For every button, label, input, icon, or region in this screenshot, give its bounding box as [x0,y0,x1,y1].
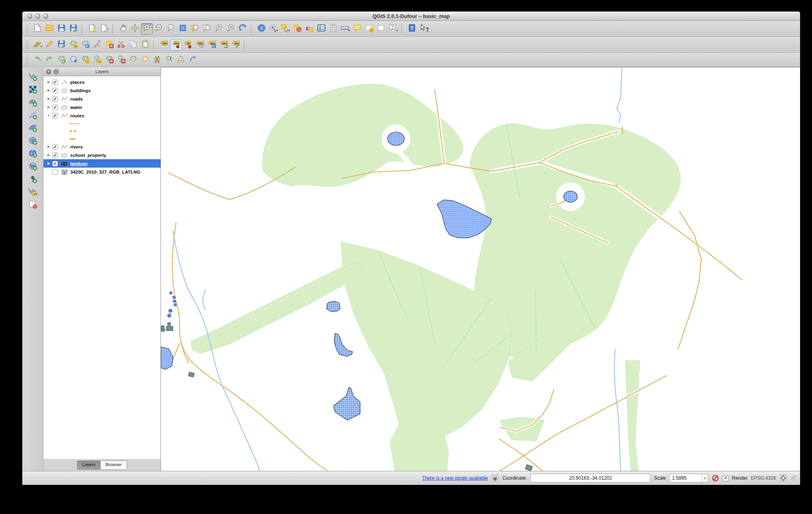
dropdown-arrow-icon[interactable]: ▾ [348,29,350,34]
select-features-button[interactable]: ▾ [279,23,291,34]
dropdown-arrow-icon[interactable]: ▾ [40,45,42,50]
layer-expander-icon[interactable]: ▶ [46,162,51,165]
layer-visibility-checkbox[interactable] [52,169,58,175]
split-features-button[interactable] [151,54,163,65]
change-label-button[interactable]: abc [230,39,242,50]
add-vector-layer-button[interactable] [26,71,40,83]
zoom-last-button[interactable] [213,23,225,34]
add-postgis-layer-button[interactable] [26,97,40,109]
offset-curve-button[interactable] [139,54,151,65]
stop-render-icon[interactable] [711,474,719,482]
add-oracle-layer-button[interactable] [26,135,40,147]
new-bookmark-button[interactable]: ★ [363,23,375,34]
new-composer-button[interactable] [86,23,98,34]
refresh-button[interactable] [237,23,249,34]
rotate-feature-button[interactable] [55,54,67,65]
layer-row-landuse[interactable]: ▶✓landuse [44,159,160,168]
render-checkbox[interactable]: ✓ [723,475,729,481]
layer-visibility-checkbox[interactable]: ✓ [52,105,58,110]
layer-expander-icon[interactable]: ▶ [46,153,51,157]
layer-visibility-checkbox[interactable]: ✓ [52,161,58,166]
add-part-button[interactable]: ★ [91,54,103,65]
layer-expander-icon[interactable]: ▶ [46,89,51,92]
tab-layers[interactable]: Layers [77,461,100,470]
toggle-editing-button[interactable] [44,39,55,50]
reshape-features-button[interactable] [127,54,139,65]
zoom-to-layer-button[interactable] [201,23,213,34]
identify-features-button[interactable]: i [255,23,267,34]
measure-button[interactable]: ▾ [339,23,351,34]
layer-visibility-checkbox[interactable]: ✓ [52,96,58,102]
layer-row-school_property[interactable]: ▶✓school_property [44,151,160,159]
add-ring-button[interactable]: ★ [79,54,91,65]
layer-row-water[interactable]: ▶✓water [44,103,160,111]
layer-visibility-checkbox[interactable]: ✓ [52,113,58,119]
layer-row-buildings[interactable]: ▶✓buildings [44,86,160,95]
rotate-label-button[interactable]: abc [218,39,230,50]
layer-visibility-checkbox[interactable]: ✓ [52,79,58,85]
split-parts-button[interactable] [163,54,175,65]
layer-row-3420C_2010_327_RGB_LATLNG[interactable]: 3420C_2010_327_RGB_LATLNG [44,168,160,176]
zoom-full-button[interactable] [177,23,189,34]
map-canvas[interactable] [161,67,800,471]
simplify-feature-button[interactable] [67,54,79,65]
remove-layer-button[interactable] [26,199,40,211]
crs-target-icon[interactable] [779,474,787,482]
pin-label-button[interactable]: abc [170,39,182,50]
move-feature-button[interactable] [79,39,91,50]
pan-to-selection-button[interactable] [129,23,141,34]
composer-manager-button[interactable] [98,23,110,34]
add-spatialite-layer-button[interactable] [26,109,40,121]
add-mssql-layer-button[interactable] [26,122,40,134]
layer-expander-icon[interactable]: ▼ [46,114,51,117]
layer-row-rivers[interactable]: ▶✓rivers [44,142,160,151]
move-label-button[interactable]: abc [206,39,218,50]
copy-features-button[interactable] [127,39,139,50]
plugin-icon[interactable] [491,474,499,482]
select-by-expression-button[interactable]: ε [303,23,315,34]
layer-row-places[interactable]: ▶✓places [44,78,160,86]
whats-this-button[interactable]: ? [418,23,430,34]
toggle-label-visibility-button[interactable]: abc [194,39,206,50]
cut-features-button[interactable] [115,39,127,50]
add-delimited-text-button[interactable] [26,173,40,185]
resize-grip[interactable] [791,475,797,481]
delete-ring-button[interactable] [103,54,115,65]
layer-expander-icon[interactable]: ▶ [46,80,51,84]
tab-browser[interactable]: Browser [100,461,127,470]
title-bar[interactable]: QGIS 2.0.1-Dufour – basic_map [22,12,800,21]
new-project-button[interactable] [32,23,44,34]
layer-visibility-checkbox[interactable]: ✓ [52,144,58,150]
layer-visibility-checkbox[interactable]: ✓ [52,152,58,158]
delete-part-button[interactable] [115,54,127,65]
save-project-button[interactable] [55,23,67,34]
layer-expander-icon[interactable]: ▶ [46,97,51,101]
save-layer-edits-button[interactable] [55,39,67,50]
node-tool-button[interactable] [91,39,103,50]
save-project-as-button[interactable] [67,23,79,34]
open-attribute-table-button[interactable] [315,23,327,34]
paste-features-button[interactable] [139,39,151,50]
add-feature-button[interactable]: ★ [67,39,79,50]
zoom-native-button[interactable]: 1:1 [165,23,177,34]
help-button[interactable]: ? [406,23,418,34]
field-calculator-button[interactable] [327,23,339,34]
layer-expander-icon[interactable]: ▶ [46,145,51,148]
highlight-pinned-labels-button[interactable]: ab [182,39,194,50]
scale-combobox[interactable]: 1:5895 ▼ [669,474,708,482]
zoom-in-button[interactable] [141,23,153,34]
deselect-features-button[interactable] [291,23,303,34]
dropdown-arrow-icon[interactable]: ▾ [36,192,37,198]
show-bookmarks-button[interactable] [375,23,387,34]
add-raster-layer-button[interactable] [26,84,40,96]
dropdown-arrow-icon[interactable]: ▾ [288,29,290,34]
run-feature-action-button[interactable]: ▾ [267,23,279,34]
add-wfs-layer-button[interactable] [26,160,40,172]
add-wms-layer-button[interactable] [26,148,40,160]
new-shapefile-layer-button[interactable]: ★▾ [26,186,40,198]
dropdown-arrow-icon[interactable]: ▾ [396,29,398,34]
open-project-button[interactable] [44,23,55,34]
merge-features-button[interactable] [175,54,187,65]
redo-button[interactable] [44,54,55,65]
pan-map-button[interactable] [117,23,129,34]
